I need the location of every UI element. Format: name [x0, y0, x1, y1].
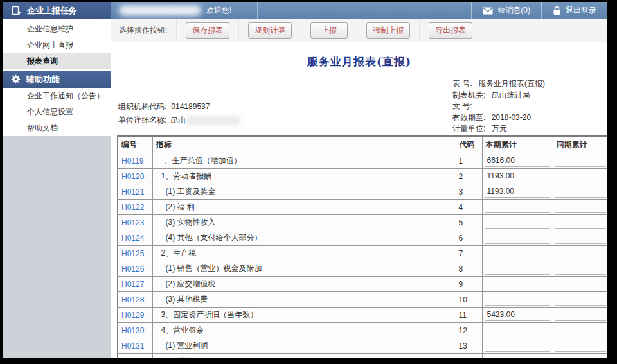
code-cell: 7 — [456, 246, 482, 261]
same-period-input[interactable] — [555, 356, 607, 359]
sidebar-item[interactable]: 报表查询 — [3, 53, 111, 69]
current-period-input[interactable] — [485, 279, 550, 290]
sidebar-item[interactable]: 企业信息维护 — [3, 21, 111, 37]
row-id-link[interactable]: H0126 — [118, 264, 144, 273]
toolbar-action-button[interactable]: 导出报表 — [429, 22, 472, 39]
code-cell: 13 — [456, 338, 482, 354]
row-id-link[interactable]: H0130 — [118, 326, 144, 335]
same-period-input[interactable] — [555, 186, 607, 198]
sidebar-item[interactable]: 个人信息设置 — [3, 104, 111, 120]
topbar: 企业上报任务 欢迎您! 短消息(0) — [3, 2, 607, 20]
indicator-label: 一、生产总值（增加值） — [153, 155, 456, 166]
sidebar-item[interactable]: 企业工作通知（公告） — [3, 88, 111, 104]
sidebar-menu: 企业信息维护 企业网上直报 报表查询 — [3, 19, 111, 136]
current-period-cell — [482, 338, 553, 354]
current-period-input[interactable] — [485, 202, 550, 213]
row-id-link[interactable]: H0122 — [118, 203, 144, 212]
code-cell: 6 — [456, 230, 482, 246]
row-id-link[interactable]: H0124 — [118, 234, 144, 243]
meta-line: 表 号: 服务业月报表(直报) — [452, 78, 545, 90]
same-period-cell — [553, 308, 607, 323]
same-period-input[interactable] — [555, 217, 607, 229]
toolbar-action-button[interactable]: 规则计算 — [248, 22, 292, 39]
same-period-input[interactable] — [555, 325, 607, 336]
same-period-input[interactable] — [555, 294, 607, 306]
org-code-label: 组织机构代码: — [118, 100, 166, 114]
row-id-link[interactable]: H0120 — [118, 172, 144, 181]
current-period-cell: 6616.00 — [482, 153, 553, 169]
report-meta-left: 组织机构代码: 014189537 单位详细名称: 昆山 — [118, 100, 240, 127]
row-id-link[interactable]: H0131 — [118, 342, 144, 351]
current-period-input[interactable]: 1193.00 — [485, 186, 550, 198]
same-period-input[interactable] — [555, 340, 607, 352]
same-period-cell — [553, 338, 607, 354]
report-table-wrap: 编号 指标 代码 本期累计 同期累计 H0119 一、生产总值（增加值） 1 — [117, 135, 607, 358]
row-id-cell: H0127 — [118, 277, 152, 292]
row-id-link[interactable]: H0121 — [118, 187, 144, 196]
same-period-input[interactable] — [555, 155, 607, 167]
current-period-input[interactable]: 6616.00 — [485, 155, 550, 167]
toolbar-action-button[interactable]: 强制上报 — [366, 22, 410, 39]
indicator-cell: (2) 其 他 — [152, 354, 456, 359]
current-period-input[interactable] — [485, 232, 550, 244]
current-period-input[interactable] — [485, 263, 550, 275]
messages-button[interactable]: 短消息(0) — [471, 2, 541, 19]
same-period-input[interactable] — [555, 202, 607, 213]
row-id-link[interactable]: H0119 — [118, 157, 143, 166]
row-id-link[interactable]: H0132 — [118, 357, 144, 359]
current-period-input[interactable] — [485, 340, 550, 352]
current-period-input[interactable] — [485, 294, 550, 306]
current-period-input[interactable] — [485, 217, 550, 229]
meta-value: 万元 — [492, 124, 507, 133]
sidebar-section-reporting-tasks-header[interactable]: 企业上报任务 — [3, 2, 111, 19]
current-period-cell — [482, 200, 553, 215]
sidebar-item[interactable]: 企业网上直报 — [3, 37, 111, 53]
same-period-cell — [553, 354, 607, 359]
topbar-actions: 短消息(0) 退出登录 — [471, 2, 607, 19]
indicator-label: (3) 实物性收入 — [153, 217, 456, 228]
current-period-cell — [482, 230, 553, 246]
indicator-cell: 4、营业盈余 — [152, 323, 456, 338]
toolbar-action-button[interactable]: 上报 — [310, 22, 348, 39]
current-period-cell — [482, 292, 553, 308]
current-period-input[interactable]: 1193.00 — [485, 171, 550, 182]
unit-name-label: 单位详细名称: — [118, 114, 166, 127]
row-id-link[interactable]: H0123 — [118, 218, 144, 227]
code-cell: 14 — [456, 354, 482, 359]
current-period-cell — [482, 246, 553, 261]
current-period-input[interactable] — [485, 248, 550, 259]
row-id-link[interactable]: H0128 — [118, 295, 144, 304]
same-period-input[interactable] — [555, 171, 607, 182]
row-id-link[interactable]: H0125 — [118, 249, 144, 258]
current-period-cell — [482, 277, 553, 292]
toolbar-action-button[interactable]: 保存报表 — [186, 22, 229, 39]
logout-button[interactable]: 退出登录 — [541, 2, 607, 19]
org-code-value: 014189537 — [171, 100, 210, 114]
current-period-input[interactable] — [485, 325, 550, 336]
same-period-input[interactable] — [555, 263, 607, 275]
toolbar-label: 选择操作按钮: — [111, 19, 176, 42]
code-cell: 3 — [456, 184, 482, 200]
meta-line: 计量单位: 万元 — [452, 123, 545, 135]
same-period-cell — [553, 261, 607, 277]
row-id-cell: H0124 — [118, 230, 152, 246]
current-period-input[interactable] — [485, 356, 550, 359]
meta-label: 表 号: — [452, 79, 472, 88]
same-period-input[interactable] — [555, 279, 607, 290]
table-header-row: 编号 指标 代码 本期累计 同期累计 — [118, 136, 607, 153]
indicator-cell: 2、生产税 — [152, 246, 456, 261]
code-cell: 11 — [456, 308, 482, 323]
same-period-input[interactable] — [555, 309, 607, 321]
report-table: 编号 指标 代码 本期累计 同期累计 H0119 一、生产总值（增加值） 1 — [117, 135, 607, 358]
same-period-cell — [553, 169, 607, 184]
same-period-cell — [553, 277, 607, 292]
sidebar-item[interactable]: 帮助文档 — [3, 120, 111, 136]
toolbar-button-cell: 规则计算 — [238, 19, 301, 42]
same-period-input[interactable] — [555, 248, 607, 259]
current-period-input[interactable]: 5423.00 — [485, 309, 550, 321]
indicator-cell: (2) 福 利 — [152, 200, 456, 215]
same-period-input[interactable] — [555, 232, 607, 244]
row-id-link[interactable]: H0129 — [118, 311, 144, 320]
row-id-link[interactable]: H0127 — [118, 280, 144, 289]
sidebar-section-auxiliary-header[interactable]: 辅助功能 — [3, 71, 111, 88]
